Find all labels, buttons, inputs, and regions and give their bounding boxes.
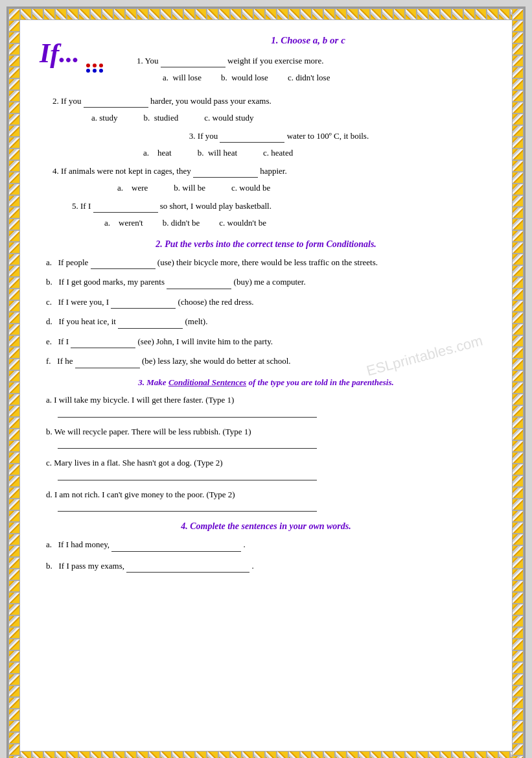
pencil-left-21 [8, 254, 20, 265]
pencil-bottom-4 [55, 751, 67, 758]
pencil-left-29 [8, 347, 20, 359]
pencil-right-37 [512, 440, 524, 452]
s2-b-text1: If I get good marks, my parents [59, 277, 165, 287]
pencil-right-10 [512, 125, 524, 137]
pencil-left-60 [8, 709, 20, 720]
q1-rest: weight if you exercise more. [227, 56, 323, 65]
pencil-left-49 [8, 580, 20, 592]
dot-6 [99, 69, 103, 73]
pencil-top-40 [475, 8, 487, 20]
pencil-top-5 [67, 8, 78, 20]
pencil-right-51 [512, 604, 524, 615]
right-border [512, 8, 524, 758]
q3-choice-a: a. heat [143, 147, 172, 160]
pencil-right-1 [512, 20, 524, 32]
pencil-right-53 [512, 627, 524, 639]
s3-c-label: c. Mary lives in a flat. She hasn't got … [46, 458, 223, 468]
pencil-left-62 [8, 732, 20, 744]
s2-f-text1: If he [57, 356, 73, 366]
q5-choices: a. weren't b. didn't be c. wouldn't be [104, 217, 492, 230]
pencil-top-30 [358, 8, 370, 20]
q4-choice-a: a. were [117, 182, 148, 195]
pencil-right-36 [512, 429, 524, 440]
pencil-bottom-17 [207, 751, 218, 758]
section3-title-text: 3. Make Conditional Sentences of the typ… [138, 377, 393, 387]
pencil-right-49 [512, 580, 524, 592]
pencil-bottom-13 [160, 751, 172, 758]
s4-b-blank [126, 560, 249, 573]
pencil-right-3 [512, 43, 524, 55]
pencil-left-15 [8, 184, 20, 195]
pencil-right-7 [512, 90, 524, 102]
pencil-bottom-30 [358, 751, 370, 758]
q4-choices: a. were b. will be c. would be [117, 182, 492, 195]
pencil-right-24 [512, 289, 524, 300]
pencil-left-25 [8, 300, 20, 312]
q2-choice-b: b. studied [143, 112, 178, 124]
pencil-right-38 [512, 452, 524, 464]
q1-choices: a. will lose b. would lose c. didn't los… [163, 71, 492, 84]
pencil-left-46 [8, 545, 20, 557]
pencil-top-24 [288, 8, 300, 20]
pencil-left-48 [8, 569, 20, 580]
pencil-top-38 [452, 8, 463, 20]
pencil-bottom-29 [347, 751, 358, 758]
pencil-bottom-10 [125, 751, 137, 758]
q5-label: 5. If I [72, 201, 91, 211]
pencil-left-57 [8, 674, 20, 685]
pencil-bottom-14 [172, 751, 183, 758]
pencil-left-4 [8, 55, 20, 67]
pencil-left-33 [8, 394, 20, 405]
q5-rest: so short, I would play basketball. [160, 201, 272, 211]
pencil-left-7 [8, 90, 20, 102]
pencil-bottom-16 [195, 751, 207, 758]
pencil-left-10 [8, 125, 20, 137]
pencil-right-41 [512, 487, 524, 499]
s2-c-label: c. [46, 297, 56, 307]
pencil-left-64 [8, 755, 20, 758]
q4-label: 4. If animals were not kept in cages, th… [52, 166, 191, 176]
s2-e-blank [71, 335, 135, 349]
pencil-top-1 [20, 8, 32, 20]
pencil-top-2 [32, 8, 43, 20]
pencil-bottom-7 [90, 751, 102, 758]
pencil-bottom-1 [20, 751, 32, 758]
pencil-bottom-27 [323, 751, 335, 758]
pencil-left-18 [8, 219, 20, 230]
pencil-right-40 [512, 475, 524, 487]
pencil-left-24 [8, 289, 20, 300]
pencil-top-35 [417, 8, 428, 20]
bottom-border [8, 751, 524, 758]
s4-a-text: If I had money, [58, 539, 110, 549]
q3-label: 3. If you [189, 131, 218, 141]
pencil-right-50 [512, 592, 524, 604]
dot-3 [99, 64, 103, 67]
section3-title: 3. Make Conditional Sentences of the typ… [40, 376, 492, 389]
pencil-top-20 [242, 8, 253, 20]
pencil-bottom-38 [452, 751, 463, 758]
pencil-bottom-37 [440, 751, 452, 758]
pencil-right-54 [512, 639, 524, 650]
pencil-left-5 [8, 67, 20, 78]
pencil-right-17 [512, 207, 524, 219]
s2-d-blank [118, 315, 183, 329]
q5-text: 5. If I so short, I would play basketbal… [72, 200, 492, 213]
pencil-right-64 [512, 755, 524, 758]
pencil-bottom-41 [487, 751, 498, 758]
pencil-top-42 [498, 8, 510, 20]
q3-blank [220, 130, 284, 143]
pencil-left-53 [8, 627, 20, 639]
s2-item-d: d. If you heat ice, it (melt). [46, 315, 492, 329]
q4-choice-b: b. will be [174, 182, 205, 195]
q4-rest: happier. [260, 166, 287, 176]
pencil-bottom-40 [475, 751, 487, 758]
pencil-left-42 [8, 499, 20, 510]
pencil-right-14 [512, 172, 524, 184]
pencil-right-34 [512, 405, 524, 417]
s2-item-f: f. If he (be) less lazy, she would do be… [46, 355, 492, 368]
q1-text: 1. You weight if you exercise more. [137, 54, 492, 68]
q4-choice-c: c. would be [231, 182, 270, 195]
pencil-left-37 [8, 440, 20, 452]
pencil-left-36 [8, 429, 20, 440]
pencil-top-31 [370, 8, 382, 20]
